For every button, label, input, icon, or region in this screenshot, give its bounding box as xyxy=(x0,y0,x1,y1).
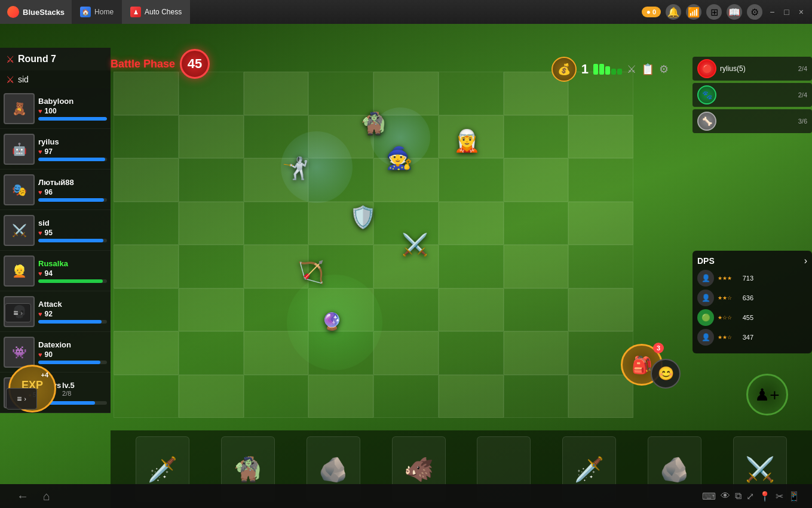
board-cell[interactable] xyxy=(568,375,633,418)
maximize-button[interactable]: □ xyxy=(782,5,791,19)
coin-value: 0 xyxy=(652,8,656,16)
board-cell[interactable] xyxy=(244,202,309,245)
bench-piece-8: ⚔️ xyxy=(745,455,775,484)
chat-button[interactable]: 😊 xyxy=(651,359,681,389)
minimize-button[interactable]: − xyxy=(767,5,777,19)
board-cell[interactable] xyxy=(179,245,244,288)
notification-button[interactable]: 🔔 xyxy=(666,4,681,20)
hp-value-babyloon: 100 xyxy=(45,107,57,115)
board-cell[interactable] xyxy=(568,288,633,332)
home-button[interactable]: ⌂ xyxy=(38,487,55,506)
mobile-icon[interactable]: 📱 xyxy=(788,491,800,502)
board-cell[interactable] xyxy=(179,288,244,332)
board-cell[interactable] xyxy=(504,331,569,375)
chess-board[interactable]: document.addEventListener('DOMContentLoa… xyxy=(114,72,633,418)
board-cell[interactable] xyxy=(504,115,569,159)
player-item-rusalka[interactable]: 👱 Rusalka ♥ 94 xyxy=(0,251,111,291)
player-item-babyloon[interactable]: 🧸 Babyloon ♥ 100 xyxy=(0,88,111,129)
gold-area: 💰 1 ⚔ 📋 ⚙ xyxy=(551,57,669,82)
location-icon[interactable]: 📍 xyxy=(759,491,771,502)
hp-bar-rusalka xyxy=(38,279,103,283)
board-cell[interactable] xyxy=(439,245,504,288)
board-cell[interactable] xyxy=(504,158,569,202)
multi-instance-icon[interactable]: ⧉ xyxy=(735,491,741,502)
hp-bar-attack xyxy=(38,320,102,324)
player-hp-sid: ♥ 95 xyxy=(38,229,107,237)
grid-button[interactable]: ⊞ xyxy=(706,4,722,20)
eye-icon[interactable]: 👁 xyxy=(721,491,730,502)
synergy-row-3[interactable]: 🦴 3/6 xyxy=(693,109,812,133)
sword-icon: ⚔ xyxy=(6,54,14,65)
board-cell[interactable] xyxy=(244,375,309,418)
hp-bar-bg-sid xyxy=(38,239,107,242)
board-cell[interactable] xyxy=(373,331,439,375)
board-cell[interactable] xyxy=(308,72,373,115)
home-tab-icon: 🏠 xyxy=(80,7,91,17)
board-cell[interactable] xyxy=(504,245,569,288)
scissors-icon[interactable]: ✂ xyxy=(776,491,783,502)
bottom-menu-button[interactable]: ≡ › xyxy=(6,388,37,410)
board-cell[interactable] xyxy=(114,245,179,288)
board-cell[interactable] xyxy=(244,72,309,115)
settings-button[interactable]: ⚙ xyxy=(747,4,762,20)
signal-button[interactable]: 📶 xyxy=(686,4,701,20)
add-chess-button[interactable]: ♟+ xyxy=(746,374,788,415)
close-button[interactable]: × xyxy=(796,5,806,19)
board-cell[interactable] xyxy=(439,375,504,418)
dps-row-4: 👤 ★★☆ 347 xyxy=(697,329,807,346)
board-cell[interactable] xyxy=(439,288,504,332)
board-cell[interactable] xyxy=(439,202,504,245)
player-item-sid[interactable]: ⚔️ sid ♥ 95 xyxy=(0,210,111,251)
board-cell[interactable] xyxy=(504,288,569,332)
board-cell[interactable] xyxy=(179,115,244,159)
menu-icon: ≡ xyxy=(13,308,18,318)
board-cell[interactable] xyxy=(179,158,244,202)
board-cell[interactable] xyxy=(373,375,439,418)
board-cell[interactable] xyxy=(308,375,373,418)
synergy-row-1[interactable]: 🔴 rylius(5) 2/4 xyxy=(693,57,812,81)
board-cell[interactable] xyxy=(373,288,439,332)
fullscreen-icon[interactable]: ⤢ xyxy=(746,491,754,502)
player-item-lyuty[interactable]: 🎭 Лютый88 ♥ 96 xyxy=(0,170,111,210)
dps-arrow-button[interactable]: › xyxy=(804,255,807,266)
book-button[interactable]: 📖 xyxy=(727,4,742,20)
menu-button[interactable]: ≡ › xyxy=(5,303,31,322)
bench-piece-1: 🗡️ xyxy=(148,455,177,484)
keyboard-icon[interactable]: ⌨ xyxy=(702,491,716,502)
dps-avatar-1: 👤 xyxy=(697,270,714,287)
hp-heart-icon-2: ♥ xyxy=(38,148,42,155)
board-cell[interactable] xyxy=(568,158,633,202)
board-cell[interactable] xyxy=(504,202,569,245)
synergy-row-2[interactable]: 🐾 2/4 xyxy=(693,83,812,107)
board-piece-orb: 🔮 xyxy=(321,311,342,331)
board-cell[interactable] xyxy=(439,72,504,115)
tab-home[interactable]: 🏠 Home xyxy=(72,0,122,24)
gold-value: 1 xyxy=(581,61,589,77)
board-cell[interactable] xyxy=(568,245,633,288)
player-name-ryilus: ryilus xyxy=(38,137,107,146)
board-piece-3: 🧙 xyxy=(386,146,413,171)
board-cell[interactable] xyxy=(568,202,633,245)
board-cell[interactable] xyxy=(114,202,179,245)
battle-timer: 45 xyxy=(180,49,210,79)
board-cell[interactable] xyxy=(179,331,244,375)
board-cell[interactable] xyxy=(568,115,633,159)
player-item-ryilus[interactable]: 🤖 ryilus ♥ 97 xyxy=(0,129,111,170)
back-button[interactable]: ← xyxy=(12,487,33,506)
board-piece-4: 🧝 xyxy=(454,128,480,153)
board-cell[interactable] xyxy=(114,288,179,332)
dps-panel: DPS › 👤 ★★★ 713 👤 ★★☆ 636 � xyxy=(693,251,812,353)
tab-auto-chess[interactable]: ♟ Auto Chess xyxy=(122,0,190,24)
board-cell[interactable] xyxy=(114,115,179,159)
board-cell[interactable] xyxy=(504,375,569,418)
board-cell[interactable] xyxy=(179,375,244,418)
board-cell[interactable] xyxy=(439,158,504,202)
board-cell[interactable] xyxy=(114,158,179,202)
board-cell[interactable] xyxy=(114,375,179,418)
synergy-count-2: 2/4 xyxy=(798,91,807,98)
hp-bar-bg-rusalka xyxy=(38,279,107,283)
hp-value-lyuty: 96 xyxy=(45,188,53,196)
board-cell[interactable] xyxy=(114,331,179,375)
board-cell[interactable] xyxy=(179,202,244,245)
board-cell[interactable] xyxy=(439,331,504,375)
